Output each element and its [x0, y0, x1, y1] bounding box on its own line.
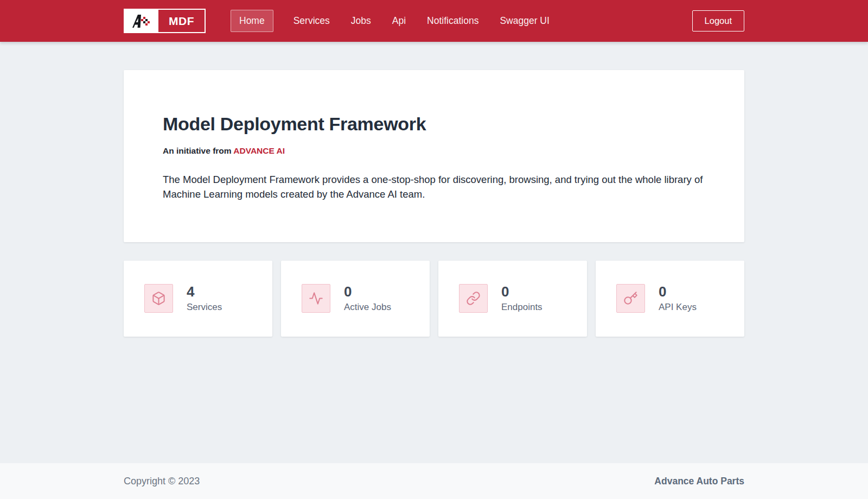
copyright-text: Copyright © 2023: [124, 476, 200, 487]
link-icon: [459, 284, 488, 313]
nav-item-notifications[interactable]: Notifications: [426, 10, 480, 31]
stat-card-endpoints: 0 Endpoints: [438, 261, 587, 337]
hero-subtitle: An initiative from ADVANCE AI: [163, 146, 705, 156]
brand-logo[interactable]: MDF: [124, 9, 206, 33]
nav-item-home[interactable]: Home: [231, 10, 273, 32]
nav-links: Home Services Jobs Api Notifications Swa…: [231, 10, 551, 32]
nav-item-api[interactable]: Api: [391, 10, 407, 31]
stat-card-api-keys: 0 API Keys: [596, 261, 744, 337]
nav-item-swagger-ui[interactable]: Swagger UI: [499, 10, 550, 31]
page-footer: Copyright © 2023 Advance Auto Parts: [0, 463, 868, 499]
page-title: Model Deployment Framework: [163, 113, 705, 135]
stat-card-services: 4 Services: [124, 261, 272, 337]
services-count: 4: [187, 284, 222, 300]
active-jobs-label: Active Jobs: [344, 302, 391, 313]
nav-item-jobs[interactable]: Jobs: [350, 10, 372, 31]
hero-description: The Model Deployment Framework provides …: [163, 173, 705, 202]
stat-card-active-jobs: 0 Active Jobs: [281, 261, 430, 337]
activity-icon: [302, 284, 330, 313]
endpoints-count: 0: [501, 284, 542, 300]
api-keys-label: API Keys: [659, 302, 697, 313]
nav-item-services[interactable]: Services: [292, 10, 331, 31]
active-jobs-count: 0: [344, 284, 391, 300]
hero-card: Model Deployment Framework An initiative…: [124, 70, 744, 242]
advance-auto-parts-a-icon: [125, 10, 157, 32]
api-keys-count: 0: [659, 284, 697, 300]
footer-brand-text: Advance Auto Parts: [654, 476, 744, 487]
top-navbar: MDF Home Services Jobs Api Notifications…: [0, 0, 868, 42]
logout-button[interactable]: Logout: [692, 10, 744, 31]
endpoints-label: Endpoints: [501, 302, 542, 313]
services-label: Services: [187, 302, 222, 313]
key-icon: [616, 284, 645, 313]
box-icon: [144, 284, 173, 313]
main-content: Model Deployment Framework An initiative…: [0, 42, 868, 463]
advance-ai-link[interactable]: ADVANCE AI: [233, 146, 285, 155]
stats-row: 4 Services 0 Active Jobs: [124, 261, 744, 337]
brand-text: MDF: [157, 10, 205, 32]
hero-subtitle-prefix: An initiative from: [163, 146, 233, 155]
